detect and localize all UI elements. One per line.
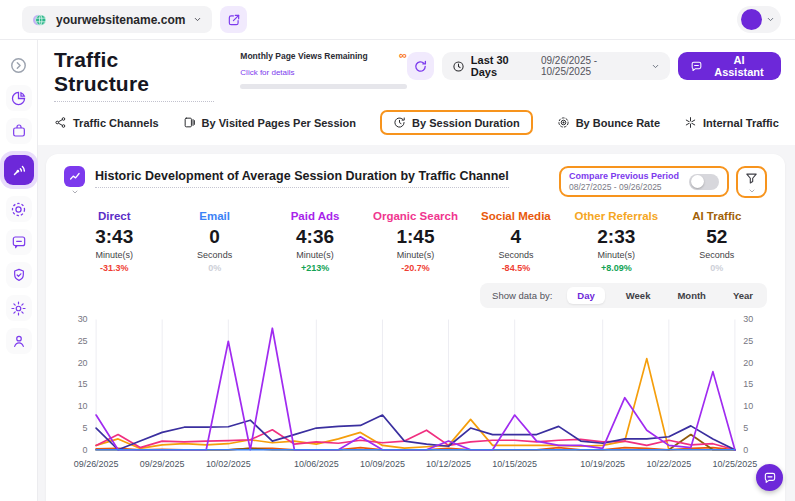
stat-label: Email <box>164 210 264 222</box>
svg-text:30: 30 <box>78 314 88 324</box>
tab-visited-pages-per-session[interactable]: By Visited Pages Per Session <box>183 111 356 134</box>
svg-text:20: 20 <box>78 358 88 368</box>
card-header: Historic Development of Average Session … <box>64 166 767 198</box>
date-range-picker[interactable]: Last 30 Days 09/26/2025 - 10/25/2025 <box>442 52 670 80</box>
stat-label: Paid Ads <box>265 210 365 222</box>
svg-text:10/12/2025: 10/12/2025 <box>426 459 471 469</box>
granularity-week[interactable]: Week <box>620 287 657 304</box>
tab-session-duration[interactable]: By Session Duration <box>380 110 533 135</box>
granularity-day[interactable]: Day <box>567 287 604 304</box>
gear-icon <box>10 300 27 317</box>
open-website-button[interactable] <box>220 6 247 33</box>
svg-text:20: 20 <box>743 358 753 368</box>
sidebar-item-security[interactable] <box>6 262 32 288</box>
stat-value: 52 <box>667 226 767 248</box>
tab-bounce-rate[interactable]: By Bounce Rate <box>557 111 660 134</box>
share-nodes-icon <box>54 116 67 129</box>
collapse-icon <box>9 56 28 75</box>
compare-previous-period: Compare Previous Period 08/27/2025 - 09/… <box>559 166 729 197</box>
stat-change: 0% <box>667 263 767 273</box>
granularity-row: Show data by: Day Week Month Year <box>64 283 767 308</box>
tab-label: By Visited Pages Per Session <box>202 117 356 129</box>
sidebar-item-overview[interactable] <box>6 85 32 111</box>
stat-value: 0 <box>164 226 264 248</box>
quota-widget: Monthly Page Views Remaining ∞ Click for… <box>240 48 407 89</box>
ai-assistant-button[interactable]: AI Assistant <box>678 52 781 80</box>
tab-label: Traffic Channels <box>73 117 159 129</box>
website-favicon-icon <box>32 12 48 28</box>
stat-change: -20.7% <box>365 263 465 273</box>
quota-details-link[interactable]: Click for details <box>240 68 294 77</box>
header-controls: Last 30 Days 09/26/2025 - 10/25/2025 AI … <box>407 48 781 80</box>
stat-value: 4:36 <box>265 226 365 248</box>
sidebar-item-goals[interactable] <box>6 196 32 222</box>
compare-label: Compare Previous Period <box>569 171 679 181</box>
support-chat-fab[interactable] <box>756 464 783 491</box>
bounce-target-icon <box>557 116 570 129</box>
stat-label: Other Referrals <box>566 210 666 222</box>
svg-text:10: 10 <box>743 401 753 411</box>
stat-unit: Minute(s) <box>64 250 164 260</box>
chat-square-icon <box>11 234 27 250</box>
avatar <box>741 9 762 30</box>
svg-text:09/26/2025: 09/26/2025 <box>74 459 119 469</box>
stat-unit: Seconds <box>667 250 767 260</box>
sidebar-item-account[interactable] <box>6 328 32 354</box>
stat-unit: Minute(s) <box>566 250 666 260</box>
stat-email: Email 0 Seconds 0% <box>164 210 264 273</box>
stat-change: +213% <box>265 263 365 273</box>
user-menu[interactable] <box>737 6 781 33</box>
svg-text:15: 15 <box>743 379 753 389</box>
stat-change: -31.3% <box>64 263 164 273</box>
stat-unit: Minute(s) <box>365 250 465 260</box>
tab-internal-traffic[interactable]: Internal Traffic <box>684 111 779 134</box>
stat-label: Social Media <box>466 210 566 222</box>
stat-other-referrals: Other Referrals 2:33 Minute(s) +8.09% <box>566 210 666 273</box>
shield-check-icon <box>11 267 27 283</box>
stat-organic-search: Organic Search 1:45 Minute(s) -20.7% <box>365 210 465 273</box>
filter-button[interactable] <box>736 166 767 198</box>
sidebar-item-products[interactable] <box>6 118 32 144</box>
session-duration-chart[interactable]: 09/26/202509/29/202510/02/202510/06/2025… <box>64 312 767 488</box>
sidebar-collapse-button[interactable] <box>6 52 32 78</box>
page-header: Traffic Structure Monthly Page Views Rem… <box>38 40 795 104</box>
stat-paid-ads: Paid Ads 4:36 Minute(s) +213% <box>265 210 365 273</box>
app-window: yourwebsitename.com Traffic S <box>0 0 795 501</box>
show-data-by-control: Show data by: Day Week Month Year <box>480 283 767 308</box>
stat-value: 3:43 <box>64 226 164 248</box>
channel-stats-row: Direct 3:43 Minute(s) -31.3% Email 0 Sec… <box>64 210 767 273</box>
chevron-down-icon <box>193 15 202 24</box>
card-chart-type-control[interactable] <box>64 166 85 196</box>
refresh-icon <box>413 59 428 74</box>
sidebar-item-messages[interactable] <box>6 229 32 255</box>
sidebar-item-settings[interactable] <box>6 295 32 321</box>
stat-change: -84.5% <box>466 263 566 273</box>
session-duration-card: Historic Development of Average Session … <box>46 154 785 501</box>
stat-label: Organic Search <box>365 210 465 222</box>
duration-icon <box>393 116 406 129</box>
date-preset-label: Last 30 Days <box>471 54 535 78</box>
svg-text:0: 0 <box>83 445 88 455</box>
granularity-month[interactable]: Month <box>671 287 712 304</box>
external-link-icon <box>227 13 241 27</box>
granularity-year[interactable]: Year <box>727 287 759 304</box>
svg-text:10/25/2025: 10/25/2025 <box>712 459 757 469</box>
website-selector[interactable]: yourwebsitename.com <box>22 6 212 33</box>
svg-text:5: 5 <box>743 423 748 433</box>
quota-label: Monthly Page Views Remaining <box>240 51 367 61</box>
refresh-button[interactable] <box>407 52 434 80</box>
svg-text:5: 5 <box>83 423 88 433</box>
svg-text:25: 25 <box>78 336 88 346</box>
tab-label: By Session Duration <box>412 117 520 129</box>
radar-icon <box>10 161 28 179</box>
clock-icon <box>452 60 465 73</box>
sidebar-item-traffic[interactable] <box>4 155 34 185</box>
stat-direct: Direct 3:43 Minute(s) -31.3% <box>64 210 164 273</box>
tab-traffic-channels[interactable]: Traffic Channels <box>54 111 159 134</box>
topbar: yourwebsitename.com <box>0 0 795 40</box>
compare-toggle[interactable] <box>689 174 719 190</box>
stat-value: 4 <box>466 226 566 248</box>
ai-assistant-label: AI Assistant <box>709 54 769 78</box>
svg-text:10/02/2025: 10/02/2025 <box>206 459 251 469</box>
stat-ai-traffic: AI Traffic 52 Seconds 0% <box>667 210 767 273</box>
